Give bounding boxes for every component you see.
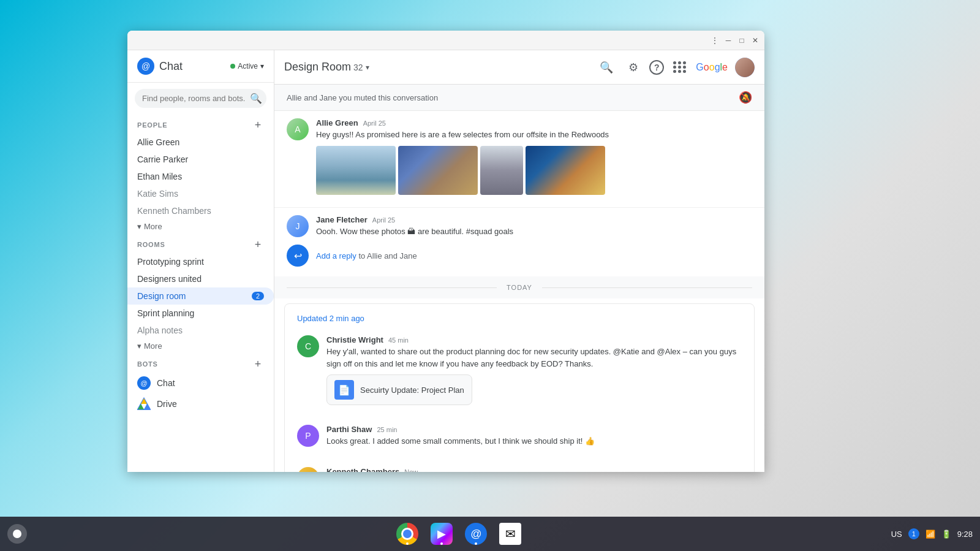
sidebar: @ Chat Active ▾ 🔍 PEOPLE + Allie Green [127,50,274,472]
app-grid-button[interactable] [669,56,691,78]
minimize-button[interactable]: ─ [724,36,733,45]
file-attachment[interactable]: 📄 Secuirty Update: Project Plan [326,374,472,405]
avatar-allie: A [287,118,309,140]
rooms-more-toggle[interactable]: ▾ More [127,339,274,353]
chat-bot-icon: @ [137,376,151,390]
sender-jane: Jane Fletcher [316,215,368,224]
active-label: Active [238,62,258,70]
file-icon: 📄 [334,380,354,400]
rooms-section-title: ROOMS [137,241,165,248]
muted-notice: Allie and Jane you muted this conversati… [274,85,764,111]
taskbar-chat-icon[interactable]: @ [464,522,488,546]
sidebar-item-chat-bot[interactable]: @ Chat [127,373,274,393]
reply-row: ↩ Add a reply to Allie and Jane [287,242,752,269]
app-title: Chat [159,60,225,73]
sidebar-item-drive-bot[interactable]: Drive [127,393,274,414]
messages-area[interactable]: Allie and Jane you muted this conversati… [274,85,764,472]
play-app-icon: ▶ [431,523,453,545]
carrie-parker-label: Carrie Parker [137,154,188,164]
close-button[interactable]: ✕ [751,36,760,45]
message-header-allie: Allie Green April 25 [316,118,752,127]
prototyping-sprint-label: Prototyping sprint [137,257,204,267]
more-options-icon[interactable]: ⋮ [710,36,719,45]
message-header-parthi: Parthi Shaw 25 min [326,425,742,434]
active-dot-icon [230,64,235,69]
today-divider-line-left [287,287,497,288]
launcher-button[interactable] [7,524,27,544]
reply-target: to Allie and Jane [358,251,417,260]
chat-bot-label: Chat [157,378,175,388]
sidebar-item-carrie-parker[interactable]: Carrie Parker [127,151,274,168]
sidebar-item-prototyping-sprint[interactable]: Prototyping sprint [127,253,274,270]
timestamp-allie: April 25 [363,120,386,127]
people-section-title: PEOPLE [137,121,167,129]
reply-icon[interactable]: ↩ [287,245,309,267]
gmail-app-icon: ✉ [499,523,521,545]
title-bar: ⋮ ─ □ ✕ [127,31,764,50]
allie-green-label: Allie Green [137,137,179,147]
taskbar: ▶ @ ✉ US 1 📶 🔋 9:28 [0,517,980,551]
chat-app-icon: @ [465,523,487,545]
main-window: ⋮ ─ □ ✕ @ Chat Active ▾ 🔍 [127,31,764,472]
taskbar-chrome-icon[interactable] [395,522,420,546]
reply-link[interactable]: Add a reply to Allie and Jane [316,250,417,261]
updated-banner: Updated 2 min ago [285,309,754,328]
main-content: Design Room 32 ▾ 🔍 ⚙ ? [274,50,764,472]
photo-3[interactable] [480,146,523,195]
add-room-button[interactable]: + [252,238,264,251]
taskbar-right: US 1 📶 🔋 9:28 [891,528,973,539]
active-dropdown-icon: ▾ [260,62,264,70]
photo-4[interactable] [526,146,605,195]
search-button[interactable]: 🔍 [595,56,617,78]
message-row-christie: C Christie Wright 45 min Hey y'all, want… [297,335,742,405]
sidebar-item-alpha-notes[interactable]: Alpha notes [127,322,274,339]
sidebar-item-katie-sims[interactable]: Katie Sims [127,185,274,202]
message-text-allie: Hey guys!! As promised here is are a few… [316,129,752,141]
taskbar-play-icon[interactable]: ▶ [429,522,454,546]
message-header-jane: Jane Fletcher April 25 [316,215,752,224]
katie-sims-label: Katie Sims [137,189,178,199]
message-content-parthi: Parthi Shaw 25 min Looks great. I added … [326,425,742,447]
people-more-toggle[interactable]: ▾ More [127,219,274,234]
message-content-jane: Jane Fletcher April 25 Oooh. Wow these p… [316,215,752,238]
today-messages-card: Updated 2 min ago C Christie Wright 45 m… [284,303,755,472]
today-divider-line-right [542,287,752,288]
drive-bot-label: Drive [157,399,177,409]
sidebar-item-designers-united[interactable]: Designers united [127,270,274,287]
battery-icon: 🔋 [941,530,951,539]
file-name: Secuirty Update: Project Plan [360,386,464,395]
clock: 9:28 [957,530,973,539]
mute-icon[interactable]: 🔕 [739,91,752,104]
today-divider: TODAY [274,276,764,298]
photo-2[interactable] [398,146,478,195]
alpha-notes-label: Alpha notes [137,325,183,335]
ethan-miles-label: Ethan Miles [137,172,182,181]
design-room-label: Design room [137,291,186,301]
search-input[interactable] [142,94,245,103]
maximize-button[interactable]: □ [737,36,746,45]
user-avatar[interactable] [735,58,755,77]
search-bar[interactable]: 🔍 [135,89,266,108]
message-row-parthi: P Parthi Shaw 25 min Looks great. I adde… [297,425,742,447]
help-button[interactable]: ? [649,60,664,75]
message-row-allie: A Allie Green April 25 Hey guys!! As pro… [287,118,752,195]
taskbar-gmail-icon[interactable]: ✉ [498,522,522,546]
sidebar-item-allie-green[interactable]: Allie Green [127,134,274,151]
active-status[interactable]: Active ▾ [230,62,264,70]
room-dropdown-icon[interactable]: ▾ [366,63,369,72]
sender-allie: Allie Green [316,118,358,127]
message-group-parthi: P Parthi Shaw 25 min Looks great. I adde… [285,417,754,460]
bots-section-header: BOTS + [127,353,274,373]
room-name: Design Room [284,61,351,74]
sidebar-item-design-room[interactable]: Design room 2 [127,287,274,305]
add-person-button[interactable]: + [252,119,264,131]
sidebar-item-ethan-miles[interactable]: Ethan Miles [127,168,274,185]
sidebar-item-kenneth-chambers[interactable]: Kenneth Chambers [127,202,274,219]
photo-1[interactable] [316,146,396,195]
avatar-jane: J [287,215,309,237]
chrome-app-icon [396,523,418,545]
timestamp-kenneth: Now [404,468,418,473]
sidebar-item-sprint-planning[interactable]: Sprint planning [127,305,274,322]
settings-button[interactable]: ⚙ [622,56,644,78]
add-bot-button[interactable]: + [252,358,264,370]
